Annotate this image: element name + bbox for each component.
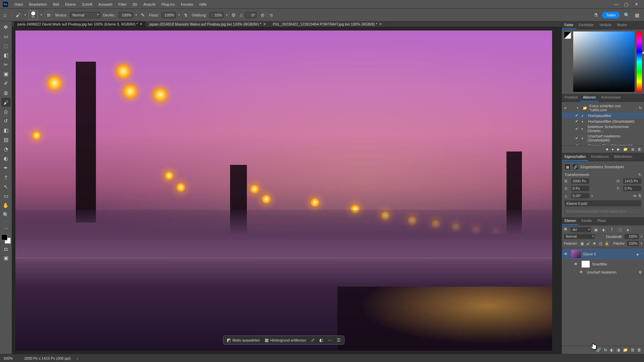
filter-type-icon[interactable]: T xyxy=(609,227,615,232)
menu-select[interactable]: Auswahl xyxy=(95,2,115,6)
smoothing-dropdown[interactable]: ▾ xyxy=(226,13,227,16)
visibility-icon[interactable]: 👁 xyxy=(564,252,569,256)
menu-edit[interactable]: Bearbeiten xyxy=(26,2,50,6)
zoom-level[interactable]: 100% xyxy=(3,356,18,360)
window-maximize[interactable]: ▢ xyxy=(621,2,631,7)
action-new-set-icon[interactable]: 📁 xyxy=(623,147,628,152)
brush-tool-icon[interactable]: 🖌 xyxy=(14,12,22,18)
close-icon[interactable]: × xyxy=(263,22,266,26)
marquee-tool[interactable]: ▭ xyxy=(1,32,11,41)
menu-help[interactable]: Hilfe xyxy=(196,2,210,6)
healing-tool[interactable]: ◍ xyxy=(1,88,11,97)
tab-layers[interactable]: Ebenen xyxy=(562,217,579,225)
stamp-tool[interactable]: ⎙ xyxy=(1,107,11,116)
action-item[interactable]: ✔▸Unscharf maskieren (Smartobjekt) xyxy=(562,133,644,143)
filter-smart-icon[interactable]: ◈ xyxy=(625,227,631,232)
hue-slider[interactable]: ◀ xyxy=(637,32,642,92)
frame-tool[interactable]: ▣ xyxy=(1,70,11,78)
angle-input[interactable]: 0,00° xyxy=(571,193,589,198)
action-record-icon[interactable]: ● xyxy=(611,147,614,152)
flow-input[interactable]: 100% xyxy=(162,12,176,18)
width-input[interactable]: 2000 Px xyxy=(571,178,589,184)
zoom-tool[interactable]: 🔍 xyxy=(1,210,11,219)
brush-preset-dropdown[interactable]: ▾ xyxy=(41,13,42,16)
remove-background-button[interactable]: ▦Hintergrund entfernen xyxy=(265,338,306,343)
menu-plugins[interactable]: Plug-ins xyxy=(158,2,178,6)
reset-transform-icon[interactable]: ↻ xyxy=(638,173,641,177)
type-tool[interactable]: T xyxy=(1,173,11,182)
new-group-icon[interactable]: 📁 xyxy=(623,348,628,352)
filter-blend-icon[interactable]: ⚙ xyxy=(639,270,642,275)
lock-position-icon[interactable]: ✥ xyxy=(592,241,596,246)
layer-blend-dropdown[interactable]: Normal xyxy=(564,234,595,239)
color-field[interactable] xyxy=(573,32,635,92)
close-icon[interactable]: × xyxy=(379,22,382,26)
color-swatches[interactable] xyxy=(1,234,11,244)
smoothing-options-icon[interactable]: ⚙ xyxy=(230,12,237,18)
gradient-tool[interactable]: ▤ xyxy=(1,135,11,144)
tab-patterns[interactable]: Muster xyxy=(614,21,630,29)
canvas[interactable]: ◩Motiv auswählen ▦Hintergrund entfernen … xyxy=(15,31,552,351)
menu-filter[interactable]: Filter xyxy=(115,2,129,6)
history-brush-tool[interactable]: ↺ xyxy=(1,117,11,125)
action-delete-icon[interactable]: 🗑 xyxy=(638,147,641,152)
action-item[interactable]: ✔▸Hochpassfilter (Smartobjekt) xyxy=(562,118,644,124)
brush-preset-picker[interactable]: 50 xyxy=(29,10,38,20)
window-close[interactable]: ✕ xyxy=(631,2,641,7)
lasso-tool[interactable]: ◌ xyxy=(1,42,11,50)
document-tab-3[interactable]: PXL_20230422_122623454.PORTRAIT.jpg bei … xyxy=(269,21,385,27)
layer-mask-icon[interactable]: ◐ xyxy=(610,348,613,352)
share-button[interactable]: Teilen xyxy=(602,12,620,18)
filter-kind-dropdown[interactable]: Art xyxy=(571,227,591,232)
pressure-opacity-icon[interactable]: ✎ xyxy=(140,12,146,18)
tab-color[interactable]: Farbe xyxy=(562,21,576,29)
document-tab-2[interactable]: japan-2014618 Masashi Wakui auf Pixabay.… xyxy=(146,21,269,27)
tab-comments[interactable]: Kommentare xyxy=(599,94,623,102)
smartfilter-row[interactable]: 👁 Smartfilter xyxy=(562,259,644,269)
adjustment-layer-icon[interactable]: ◑ xyxy=(616,348,620,352)
layer-opacity-input[interactable]: 100% xyxy=(625,234,639,239)
screen-mode[interactable]: ▣ xyxy=(1,254,11,262)
shape-tool[interactable]: ▭ xyxy=(1,192,11,200)
adjustment-icon[interactable]: ◐ xyxy=(319,338,323,343)
select-subject-button[interactable]: ◩Motiv auswählen xyxy=(227,338,260,343)
transform-icon[interactable]: ⤢ xyxy=(311,338,315,343)
height-input[interactable]: 1415 Px xyxy=(623,178,641,184)
action-new-icon[interactable]: ⊞ xyxy=(631,147,634,152)
menu-window[interactable]: Fenster xyxy=(178,2,196,6)
path-tool[interactable]: ↖ xyxy=(1,182,11,191)
hand-tool[interactable]: ✋ xyxy=(1,201,11,210)
tab-gradients[interactable]: Verläufe xyxy=(597,21,614,29)
action-set[interactable]: ✔▾📁Fotos schärfen von TutKit.com↻ xyxy=(562,103,644,113)
layer-thumbnail[interactable] xyxy=(571,250,581,258)
tab-libraries[interactable]: Bibliotheken xyxy=(611,153,635,161)
symmetry-icon[interactable]: ⎋ xyxy=(269,12,274,18)
filter-mask-thumbnail[interactable] xyxy=(581,260,590,268)
tab-adjustments[interactable]: Korrekturen xyxy=(588,153,611,161)
menu-image[interactable]: Bild xyxy=(50,2,62,6)
tab-actions[interactable]: Aktionen xyxy=(580,94,599,102)
crop-tool[interactable]: ✂ xyxy=(1,60,11,69)
link-layers-icon[interactable]: 🔗 xyxy=(596,348,601,352)
quick-mask[interactable]: ◘ xyxy=(1,244,11,253)
visibility-icon[interactable]: 👁 xyxy=(574,262,579,266)
visibility-icon[interactable]: 👁 xyxy=(579,270,585,275)
lock-all-icon[interactable]: 🔒 xyxy=(604,241,609,246)
search-icon[interactable]: 🔍 xyxy=(623,12,631,18)
blur-tool[interactable]: ◔ xyxy=(1,145,11,154)
x-input[interactable]: 0 Px xyxy=(571,186,589,191)
tab-history[interactable]: Protokoll xyxy=(562,94,580,102)
smoothing-input[interactable]: 10% xyxy=(209,12,223,18)
airbrush-icon[interactable]: ↯ xyxy=(182,12,189,18)
layer-fx-icon[interactable]: fx xyxy=(604,348,607,352)
edit-toolbar[interactable]: ⋯ xyxy=(1,224,11,232)
flow-dropdown[interactable]: ▾ xyxy=(178,13,180,16)
object-select-tool[interactable]: ◧ xyxy=(1,51,11,60)
properties-icon[interactable]: ☰ xyxy=(337,338,341,343)
move-tool[interactable]: ✥ xyxy=(1,23,11,32)
layer-row[interactable]: 👁 Ebene 0 ◈ ˇ xyxy=(562,249,644,259)
window-minimize[interactable]: — xyxy=(611,2,621,7)
more-icon[interactable]: ⋯ xyxy=(328,338,332,343)
lock-nest-icon[interactable]: ◫ xyxy=(598,241,602,246)
filter-adjust-icon[interactable]: ◐ xyxy=(601,227,607,232)
